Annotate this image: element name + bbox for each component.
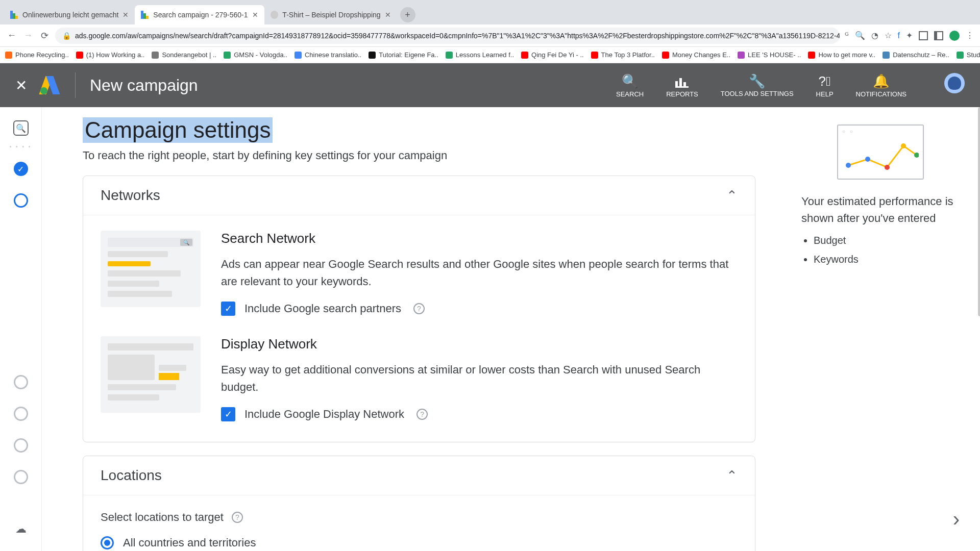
help-icon[interactable]: ? — [232, 512, 243, 523]
svg-point-1 — [865, 157, 870, 162]
bookmark-item[interactable]: Lessons Learned f.. — [446, 51, 514, 59]
menu-icon[interactable]: ⋮ — [966, 31, 974, 40]
lock-icon: 🔒 — [62, 32, 71, 40]
svg-point-3 — [901, 143, 906, 148]
star-icon[interactable]: ☆ — [885, 31, 892, 40]
close-icon[interactable]: ✕ — [252, 11, 258, 19]
translate-icon[interactable]: ᴳ — [845, 31, 849, 40]
step-pending[interactable] — [14, 470, 28, 484]
magnifier-icon: 🔍 — [180, 239, 192, 246]
browser-address-bar: ← → ⟳ 🔒 ads.google.com/aw/campaigns/new/… — [0, 24, 980, 47]
bookmark-item[interactable]: Datenschutz – Re.. — [883, 51, 949, 59]
extensions-icon[interactable]: ✦ — [906, 31, 913, 40]
estimate-list: Budget Keywords — [801, 235, 960, 265]
help-icon[interactable]: ? — [413, 303, 425, 314]
bookmark-item[interactable]: Money Changes E.. — [662, 51, 730, 59]
facebook-icon[interactable]: f — [898, 31, 900, 40]
cloud-icon[interactable]: ☁ — [15, 522, 27, 536]
user-avatar[interactable] — [944, 73, 965, 93]
browser-tab-active[interactable]: Search campaign - 279-560-1 ✕ — [135, 5, 264, 24]
step-current[interactable] — [14, 193, 28, 208]
chevron-up-icon: ⌃ — [726, 468, 738, 484]
scrollbar[interactable] — [978, 107, 980, 316]
close-icon[interactable]: ✕ — [385, 11, 391, 19]
new-tab-button[interactable]: + — [400, 7, 415, 22]
locations-card: Locations ⌃ Select locations to target ?… — [83, 456, 755, 551]
section-title: Campaign settings — [83, 117, 273, 143]
bookmark-item[interactable]: How to get more v.. — [808, 51, 875, 59]
step-pending[interactable] — [14, 438, 28, 453]
browser-tab[interactable]: T-Shirt – Beispiel Dropshipping ✕ — [264, 5, 397, 24]
nav-notifications[interactable]: 🔔 NOTIFICATIONS — [856, 73, 906, 98]
networks-card-header[interactable]: Networks ⌃ — [83, 176, 755, 215]
check-icon: ✓ — [17, 164, 24, 174]
url-text: ads.google.com/aw/campaigns/new/search/d… — [75, 32, 840, 40]
share-icon[interactable]: ◔ — [871, 31, 878, 40]
list-item: Keywords — [814, 254, 960, 265]
bookmark-item[interactable]: Phone Recycling.. — [5, 51, 69, 59]
display-network-thumb — [101, 336, 201, 413]
reload-icon[interactable]: ⟳ — [39, 30, 50, 41]
step-sidebar: 🔍 • • • • ✓ ☁ — [0, 107, 42, 551]
checkbox-label: Include Google Display Network — [244, 408, 404, 421]
favicon-google-ads — [141, 11, 149, 19]
url-input[interactable]: 🔒 ads.google.com/aw/campaigns/new/search… — [55, 28, 840, 44]
checkbox-label: Include Google search partners — [244, 302, 401, 315]
google-ads-logo — [41, 76, 60, 94]
bookmark-item[interactable]: The Top 3 Platfor.. — [591, 51, 655, 59]
bookmark-item[interactable]: (1) How Working a.. — [76, 51, 145, 59]
bookmark-item[interactable]: Qing Fei De Yi - .. — [521, 51, 584, 59]
bookmark-item[interactable]: Student Wants an.. — [957, 51, 980, 59]
nav-tools[interactable]: 🔧 TOOLS AND SETTINGS — [721, 73, 794, 97]
close-icon[interactable]: ✕ — [122, 11, 129, 19]
card-title: Networks — [101, 187, 160, 204]
display-network-desc: Easy way to get additional conversions a… — [221, 361, 738, 396]
svg-point-2 — [885, 165, 890, 170]
bookmark-item[interactable]: Sonderangebot | .. — [152, 51, 216, 59]
forward-icon[interactable]: → — [22, 30, 34, 41]
sidebar-icon[interactable] — [934, 31, 943, 40]
step-pending[interactable] — [14, 375, 28, 389]
browser-tab[interactable]: Onlinewerbung leicht gemacht ✕ — [4, 5, 135, 24]
nav-help[interactable]: ?⃝ HELP — [816, 73, 834, 98]
card-title: Locations — [101, 467, 162, 484]
sidebar-search-icon[interactable]: 🔍 — [13, 120, 29, 136]
locations-card-header[interactable]: Locations ⌃ — [83, 456, 755, 495]
favicon-google-ads — [10, 11, 18, 19]
svg-point-0 — [846, 163, 851, 168]
bookmark-bar: Phone Recycling.. (1) How Working a.. So… — [0, 47, 980, 63]
step-pending[interactable] — [14, 407, 28, 421]
back-icon[interactable]: ← — [6, 30, 17, 41]
location-radio-all[interactable] — [101, 536, 114, 549]
profile-avatar-small[interactable] — [949, 31, 960, 41]
browser-tab-strip: Onlinewerbung leicht gemacht ✕ Search ca… — [0, 0, 980, 24]
bookmark-item[interactable]: Chinese translatio.. — [295, 51, 361, 59]
close-button[interactable]: ✕ — [15, 77, 27, 94]
line-chart-icon — [842, 136, 919, 172]
help-icon[interactable]: ? — [416, 409, 428, 420]
search-partners-checkbox[interactable]: ✓ — [221, 302, 235, 316]
header-nav: 🔍 SEARCH REPORTS 🔧 TOOLS AND SETTINGS ?⃝… — [616, 73, 965, 98]
next-button[interactable]: › — [953, 508, 960, 531]
tab-title: T-Shirt – Beispiel Dropshipping — [282, 11, 380, 19]
bookmark-item[interactable]: Tutorial: Eigene Fa.. — [369, 51, 438, 59]
search-network-thumb: 🔍 — [101, 231, 201, 307]
wrench-icon: 🔧 — [749, 73, 765, 90]
locations-subtitle: Select locations to target — [101, 511, 224, 524]
radio-label: All countries and territories — [123, 536, 256, 549]
install-icon[interactable] — [919, 31, 928, 40]
step-done[interactable]: ✓ — [14, 162, 28, 176]
nav-search[interactable]: 🔍 SEARCH — [616, 73, 644, 98]
estimate-text: Your estimated performance is shown afte… — [801, 193, 960, 227]
tab-title: Search campaign - 279-560-1 — [153, 11, 248, 19]
chevron-up-icon: ⌃ — [726, 188, 738, 204]
bookmark-item[interactable]: LEE 'S HOUSE- .. — [738, 51, 801, 59]
display-network-checkbox[interactable]: ✓ — [221, 407, 235, 421]
nav-reports[interactable]: REPORTS — [666, 73, 698, 98]
search-icon[interactable]: 🔍 — [855, 31, 865, 40]
list-item: Budget — [814, 235, 960, 246]
estimate-panel: ○ ○ Your estimated performance is shown … — [796, 107, 980, 551]
bell-icon: 🔔 — [873, 73, 889, 90]
bookmark-item[interactable]: GMSN - Vologda.. — [224, 51, 287, 59]
networks-card: Networks ⌃ 🔍 — [83, 176, 755, 442]
